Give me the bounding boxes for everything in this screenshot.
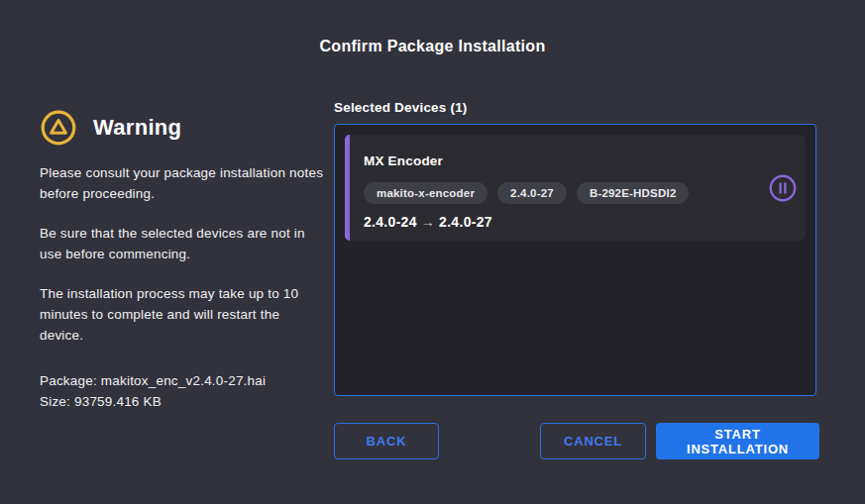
package-info: Package: makitox_enc_v2.4.0-27.hai Size:… <box>40 370 325 412</box>
selected-devices-heading: Selected Devices (1) <box>334 100 468 115</box>
version-arrow: → <box>421 214 435 230</box>
warning-heading: Warning <box>93 115 181 141</box>
selected-devices-panel: MX Encoder makito-x-encoder 2.4.0-27 B-2… <box>334 124 816 396</box>
device-tag: makito-x-encoder <box>364 182 487 204</box>
size-label: Size: 93759.416 KB <box>40 391 325 412</box>
version-from: 2.4.0-24 <box>364 214 417 230</box>
warning-section: Warning Please consult your package inst… <box>40 109 325 412</box>
pause-status-icon <box>769 174 797 202</box>
device-tags: makito-x-encoder 2.4.0-27 B-292E-HDSDI2 <box>364 182 806 204</box>
confirm-package-installation-dialog: Confirm Package Installation Warning Ple… <box>0 0 865 504</box>
warning-paragraph: Please consult your package installation… <box>40 162 325 204</box>
device-name: MX Encoder <box>364 153 806 168</box>
package-label: Package: makitox_enc_v2.4.0-27.hai <box>40 370 325 391</box>
version-change: 2.4.0-24→2.4.0-27 <box>364 214 806 230</box>
cancel-button[interactable]: CANCEL <box>540 423 646 459</box>
warning-icon <box>40 109 77 147</box>
warning-header: Warning <box>40 109 325 147</box>
device-accent-stripe <box>345 135 350 241</box>
device-card[interactable]: MX Encoder makito-x-encoder 2.4.0-27 B-2… <box>345 135 806 241</box>
warning-paragraph: The installation process may take up to … <box>40 283 325 346</box>
warning-paragraph: Be sure that the selected devices are no… <box>40 223 325 264</box>
device-card-body: MX Encoder makito-x-encoder 2.4.0-27 B-2… <box>345 135 806 230</box>
device-tag: B-292E-HDSDI2 <box>577 182 690 204</box>
back-button[interactable]: BACK <box>334 423 439 459</box>
version-to: 2.4.0-27 <box>439 214 492 230</box>
start-installation-button[interactable]: START INSTALLATION <box>656 423 819 459</box>
dialog-title: Confirm Package Installation <box>0 38 865 55</box>
device-tag: 2.4.0-27 <box>497 182 567 204</box>
